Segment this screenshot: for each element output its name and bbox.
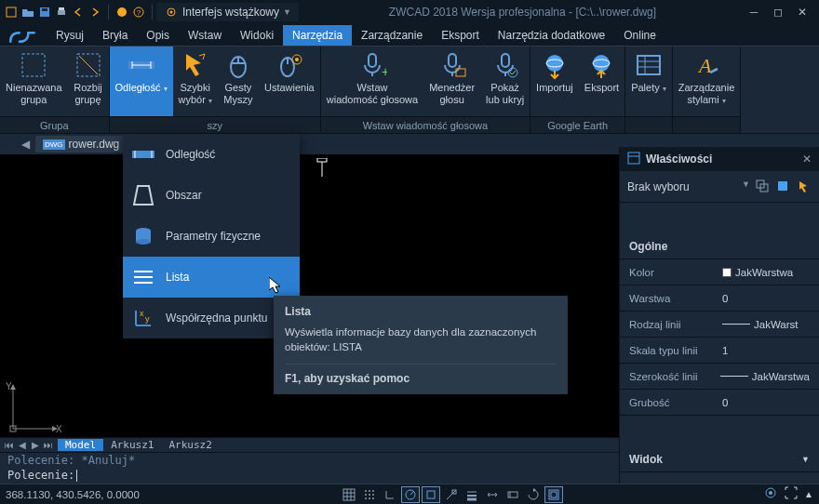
gear-icon — [164, 5, 179, 20]
menu-item[interactable]: Rysuj — [47, 25, 93, 46]
section-view[interactable]: Widok ▼ — [620, 447, 819, 472]
property-row[interactable]: Skala typu linii1 — [620, 338, 819, 364]
ribbon-mouse-gestures[interactable]: GestyMyszy — [218, 46, 259, 116]
new-icon[interactable] — [4, 5, 19, 20]
ribbon-mic-toggle[interactable]: Pokażlub ukryj — [480, 46, 530, 116]
mouse-settings-icon — [275, 50, 304, 80]
menu-item[interactable]: Zarządzanie — [352, 25, 432, 46]
workspace-selector[interactable]: Interfejs wstążkowy ▼ — [156, 3, 299, 21]
first-icon[interactable]: ⏮ — [4, 440, 15, 450]
redo-icon[interactable] — [87, 5, 102, 20]
snap-toggle[interactable] — [360, 486, 379, 503]
menu-item[interactable]: Bryła — [93, 25, 137, 46]
dropdown-item[interactable]: Obszar — [123, 175, 300, 216]
close-panel-icon[interactable]: ✕ — [802, 153, 812, 166]
svg-text:A: A — [697, 54, 712, 77]
svg-rect-2 — [42, 8, 47, 11]
print-icon[interactable] — [54, 5, 69, 20]
menu-item[interactable]: Narzędzia — [283, 25, 352, 46]
svg-point-81 — [369, 497, 370, 499]
prev-icon[interactable]: ◀ — [17, 440, 28, 450]
menu-item[interactable]: Narzędzia dodatkowe — [489, 25, 614, 46]
dyn-toggle[interactable] — [503, 486, 522, 503]
dropdown-item[interactable]: Odległość — [123, 134, 300, 175]
ribbon-group-break[interactable]: Rozbijgrupę — [68, 46, 109, 116]
svg-point-35 — [593, 55, 610, 72]
menu-item[interactable]: Widoki — [231, 25, 283, 46]
otrack-toggle[interactable] — [442, 486, 461, 503]
ribbon-quick-select[interactable]: Szybkiwybór ▾ — [173, 46, 218, 116]
svg-text:Y: Y — [6, 381, 12, 391]
property-row[interactable]: KolorJakWarstwa — [620, 259, 819, 285]
chevron-down-icon[interactable]: ▼ — [742, 179, 750, 194]
undo-icon[interactable] — [71, 5, 86, 20]
next-icon[interactable]: ▶ — [30, 440, 41, 450]
fullscreen-icon[interactable] — [784, 485, 799, 503]
properties-panel: Właściwości ✕ Brak wyboru ▼ Ogólne Kolor… — [619, 147, 819, 484]
menu-item[interactable]: Eksport — [432, 25, 489, 46]
layout-tab[interactable]: Model — [58, 439, 103, 451]
earth-export-icon — [586, 50, 616, 80]
palettes-icon — [634, 50, 664, 80]
ribbon-distance[interactable]: Odległość ▾ — [110, 46, 173, 116]
ribbon-styles[interactable]: A Zarządzaniestylami ▾ — [673, 46, 741, 116]
settings-gear-icon[interactable] — [763, 485, 778, 503]
svg-point-77 — [365, 494, 367, 496]
ribbon-mouse-settings[interactable]: Ustawienia — [259, 46, 320, 116]
lwt-toggle[interactable] — [463, 486, 481, 503]
model-toggle[interactable] — [544, 486, 563, 503]
ribbon-earth-import[interactable]: Importuj — [530, 46, 579, 116]
property-row[interactable]: Rodzaj liniiJakWarst — [620, 312, 819, 338]
property-row[interactable]: Warstwa0 — [620, 285, 819, 312]
ucs-axes: X Y — [6, 380, 61, 439]
ribbon-group-dashed[interactable]: Nienazwanagrupa — [0, 46, 68, 116]
help-icon[interactable]: ? — [131, 5, 146, 20]
command-prompt[interactable]: Polecenie: — [0, 468, 619, 483]
osnap-toggle[interactable] — [422, 486, 440, 503]
chevron-up-icon[interactable]: ▲ — [804, 489, 813, 499]
properties-rows: KolorJakWarstwaWarstwa0Rodzaj liniiJakWa… — [620, 259, 819, 416]
open-icon[interactable] — [20, 5, 35, 20]
dropdown-item[interactable]: Parametry fizyczne — [123, 216, 300, 257]
mic-toggle-icon — [490, 50, 520, 80]
ribbon-palettes[interactable]: Palety ▾ — [625, 46, 672, 116]
coords-display[interactable]: 368.1130, 430.5426, 0.0000 — [6, 489, 140, 500]
polar-toggle[interactable] — [401, 486, 420, 503]
grid-toggle[interactable] — [340, 486, 358, 503]
ribbon-mic-insert[interactable]: + Wstawwiadomość głosowa — [321, 46, 423, 116]
dropdown-item[interactable]: Lista — [123, 257, 300, 298]
group-dashed-icon — [19, 50, 48, 80]
layout-tab[interactable]: Arkusz1 — [103, 439, 161, 451]
file-tab-label: rower.dwg — [69, 138, 120, 151]
minimize-button[interactable]: ─ — [746, 5, 761, 20]
menu-bar: RysujBryłaOpisWstawWidokiNarzędziaZarząd… — [0, 24, 819, 46]
ducs-toggle[interactable] — [483, 486, 502, 503]
chevron-left-icon[interactable]: ◀ — [19, 138, 32, 151]
ortho-toggle[interactable] — [381, 486, 399, 503]
property-row[interactable]: Grubość0 — [620, 390, 819, 416]
ribbon-mic-manager[interactable]: Menedżergłosu — [423, 46, 480, 116]
plugin-icon[interactable] — [114, 5, 129, 20]
properties-icon — [627, 152, 640, 167]
section-general[interactable]: Ogólne — [620, 234, 819, 259]
quick-select-icon[interactable] — [797, 179, 812, 194]
menu-item[interactable]: Online — [614, 25, 665, 46]
app-logo[interactable] — [7, 28, 41, 46]
pickset-icon[interactable] — [756, 179, 771, 194]
layout-tab[interactable]: Arkusz2 — [161, 439, 219, 451]
tooltip: Lista Wyświetla informacje bazy danych d… — [274, 296, 568, 394]
maximize-button[interactable]: ◻ — [771, 5, 785, 20]
svg-line-86 — [447, 490, 456, 499]
cycle-toggle[interactable] — [524, 486, 543, 503]
title-bar: ? Interfejs wstążkowy ▼ ZWCAD 2018 Wersj… — [0, 0, 819, 24]
menu-item[interactable]: Opis — [137, 25, 179, 46]
property-row[interactable]: Szerokość liniiJakWarstwa — [620, 364, 819, 390]
save-icon[interactable] — [37, 5, 52, 20]
last-icon[interactable]: ⏭ — [43, 440, 54, 450]
close-button[interactable]: ✕ — [795, 5, 810, 20]
svg-point-9 — [170, 11, 173, 14]
ribbon-earth-export[interactable]: Eksport — [579, 46, 624, 116]
svg-rect-27 — [449, 54, 456, 67]
select-icon[interactable] — [776, 179, 791, 194]
menu-item[interactable]: Wstaw — [179, 25, 231, 46]
